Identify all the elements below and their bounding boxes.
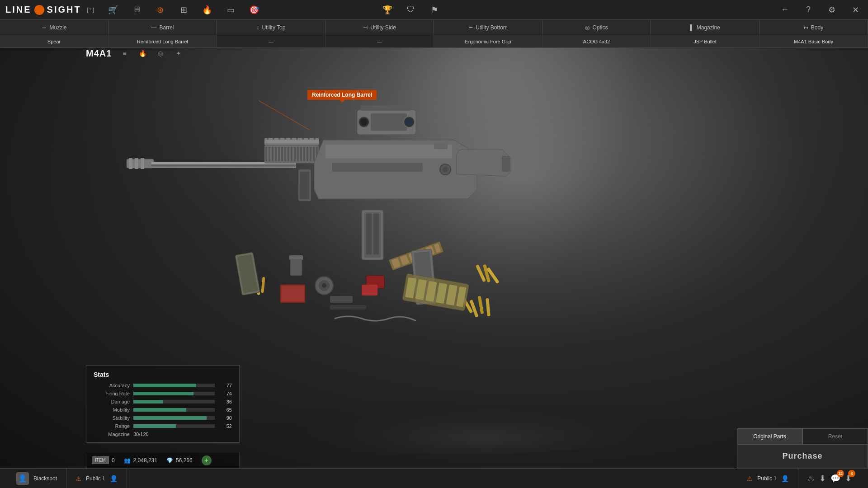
svg-rect-24 — [278, 147, 280, 161]
player-section: 👤 Blackspot — [7, 469, 66, 488]
arrow-down-icon[interactable]: ⬇ 4 — [845, 474, 852, 483]
mode-star-icon[interactable]: ✦ — [173, 48, 184, 59]
shield-button[interactable]: 🛡 — [404, 3, 418, 17]
tab-original-parts[interactable]: Original Parts — [737, 428, 802, 445]
svg-rect-57 — [373, 214, 379, 254]
svg-rect-35 — [313, 147, 315, 161]
avatar-icon: 👤 — [18, 474, 27, 483]
slot-muzzle-label: Muzzle — [49, 24, 66, 31]
stat-bar-fill-firing-rate — [133, 392, 193, 395]
close-button[interactable]: ✕ — [848, 3, 863, 17]
stat-bar-bg-stability — [133, 416, 215, 420]
attach-muzzle[interactable]: Spear — [0, 35, 108, 47]
gold-value: 2,048,231 — [133, 457, 157, 464]
cart-button[interactable]: 🛒 — [106, 3, 120, 17]
warning-icon-1: ⚠ — [75, 475, 81, 482]
back-button[interactable]: ← — [778, 3, 792, 17]
slot-body-icon: ↦ — [804, 24, 808, 31]
chat-notification-badge: 12 — [837, 470, 844, 477]
stat-bar-fill-accuracy — [133, 384, 196, 387]
attach-utility-side-label: — — [377, 39, 382, 44]
stat-label-range: Range — [94, 423, 130, 429]
mode-list-icon[interactable]: ≡ — [119, 48, 130, 59]
currency-gold: 👥 2,048,231 — [124, 457, 157, 464]
barrel-tooltip: Reinforced Long Barrel — [307, 90, 377, 100]
slot-body[interactable]: ↦ Body — [760, 20, 868, 35]
steam-icon[interactable]: ♨ — [807, 474, 815, 483]
svg-rect-29 — [294, 147, 296, 161]
gun-button[interactable]: ⊕ — [153, 3, 167, 17]
download-icon[interactable]: ⬇ — [819, 474, 826, 483]
slot-barrel[interactable]: — Barrel — [108, 20, 217, 35]
svg-rect-92 — [289, 255, 303, 260]
svg-point-43 — [443, 167, 448, 172]
help-button[interactable]: ? — [801, 3, 816, 17]
bottom-bar: 👤 Blackspot ⚠ Public 1 👤 ⚠ Public 1 👤 ♨ … — [0, 468, 868, 488]
svg-rect-56 — [366, 214, 372, 254]
loadout-button[interactable]: ⊞ — [176, 3, 191, 17]
stat-row-stability: Stability 90 — [94, 415, 232, 421]
attach-utility-bottom[interactable]: Ergonomic Fore Grip — [434, 35, 542, 47]
attach-utility-side[interactable]: — — [326, 35, 434, 47]
chat-icon[interactable]: 💬 12 — [830, 474, 840, 483]
stat-label-stability: Stability — [94, 415, 130, 421]
slot-magazine-label: Magazine — [697, 24, 720, 31]
attach-utility-top[interactable]: — — [217, 35, 326, 47]
settings-button[interactable]: ⚙ — [825, 3, 839, 17]
warning-icon-2: ⚠ — [747, 475, 753, 482]
slot-muzzle-icon: ↔ — [41, 24, 47, 31]
purchase-button[interactable]: Purchase — [737, 445, 868, 468]
attach-magazine[interactable]: JSP Bullet — [651, 35, 760, 47]
stat-label-damage: Damage — [94, 399, 130, 404]
attach-optics[interactable]: ACOG 4x32 — [542, 35, 651, 47]
screen-button[interactable]: ▭ — [223, 3, 238, 17]
player-username: Blackspot — [33, 475, 57, 482]
svg-rect-23 — [275, 147, 277, 161]
gold-icon: 👥 — [124, 457, 131, 464]
svg-rect-38 — [300, 172, 309, 199]
player-avatar: 👤 — [16, 472, 29, 485]
top-navigation: LINE SIGHT [°] 🛒 🖥 ⊕ ⊞ 🔥 ▭ 🎯 🏆 🛡 ⚑ ← ? ⚙… — [0, 0, 868, 20]
attach-utility-top-label: — — [269, 39, 274, 44]
svg-rect-26 — [284, 147, 286, 161]
slot-utility-top[interactable]: ↕ Utility Top — [217, 20, 326, 35]
stat-label-firing-rate: Firing Rate — [94, 391, 130, 396]
svg-rect-33 — [307, 147, 308, 161]
stat-row-firing-rate: Firing Rate 74 — [94, 391, 232, 396]
purchase-area: Original Parts Reset Purchase — [737, 428, 868, 468]
tab-reset[interactable]: Reset — [802, 428, 868, 445]
slot-magazine[interactable]: ▌ Magazine — [651, 20, 760, 35]
attach-barrel[interactable]: Reinforced Long Barrel — [108, 35, 217, 47]
slot-muzzle[interactable]: ↔ Muzzle — [0, 20, 108, 35]
slot-utility-side[interactable]: ⊣ Utility Side — [326, 20, 434, 35]
svg-rect-34 — [310, 147, 311, 161]
svg-rect-41 — [332, 163, 423, 172]
svg-rect-50 — [371, 113, 407, 131]
slot-optics[interactable]: ◎ Optics — [542, 20, 651, 35]
monitor-button[interactable]: 🖥 — [129, 3, 144, 17]
stat-value-magazine: 30/120 — [133, 432, 149, 437]
stat-bar-bg-range — [133, 424, 215, 428]
stat-row-mobility: Mobility 65 — [94, 407, 232, 413]
stat-bar-bg-mobility — [133, 408, 215, 412]
mode-fire-icon[interactable]: 🔥 — [137, 48, 148, 59]
stat-bar-fill-range — [133, 424, 176, 428]
svg-rect-5 — [141, 158, 144, 169]
slot-utility-bottom-label: Utility Bottom — [476, 24, 508, 31]
slot-utility-bottom[interactable]: ⊢ Utility Bottom — [434, 20, 542, 35]
add-currency-button[interactable]: + — [202, 455, 212, 465]
emblem-button[interactable]: ⚑ — [427, 3, 442, 17]
target-button[interactable]: 🎯 — [247, 3, 261, 17]
svg-rect-18 — [314, 138, 316, 140]
attach-optics-label: ACOG 4x32 — [583, 39, 610, 44]
svg-rect-3 — [129, 158, 132, 169]
stat-value-mobility: 65 — [218, 407, 232, 413]
fire-button[interactable]: 🔥 — [200, 3, 214, 17]
mode-target-icon[interactable]: ◎ — [155, 48, 166, 59]
attach-body[interactable]: M4A1 Basic Body — [760, 35, 868, 47]
trophy-button[interactable]: 🏆 — [380, 3, 395, 17]
stat-row-damage: Damage 36 — [94, 399, 232, 404]
logo-sight-text: SIGHT — [47, 5, 81, 15]
slot-body-label: Body — [811, 24, 823, 31]
svg-rect-22 — [272, 147, 274, 161]
